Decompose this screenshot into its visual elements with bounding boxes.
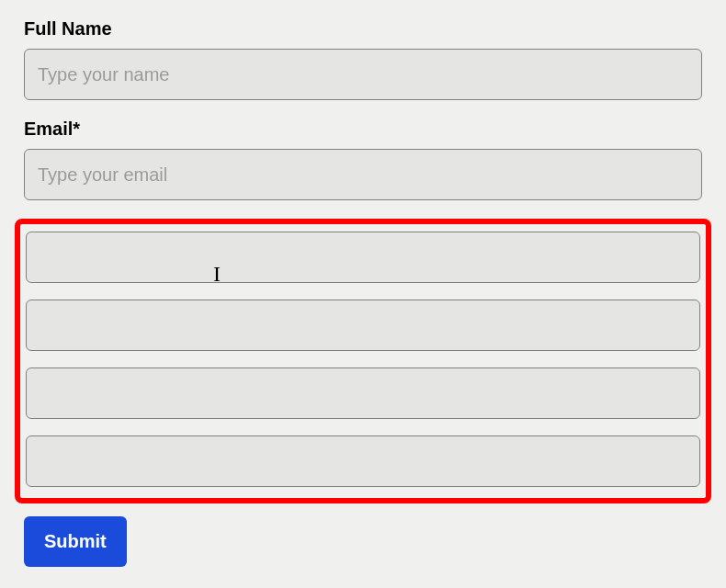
submit-button[interactable]: Submit xyxy=(24,516,127,567)
email-input[interactable] xyxy=(24,149,702,200)
full-name-label: Full Name xyxy=(24,18,702,40)
email-group: Email* xyxy=(24,119,702,200)
extra-input-3[interactable] xyxy=(26,368,700,419)
highlighted-fields-annotation xyxy=(15,219,711,503)
contact-form: Full Name Email* Submit xyxy=(24,18,702,567)
full-name-group: Full Name xyxy=(24,18,702,100)
email-label: Email* xyxy=(24,119,702,140)
full-name-input[interactable] xyxy=(24,49,702,100)
extra-input-4[interactable] xyxy=(26,435,700,487)
extra-input-1[interactable] xyxy=(26,232,700,283)
extra-input-2[interactable] xyxy=(26,300,700,351)
